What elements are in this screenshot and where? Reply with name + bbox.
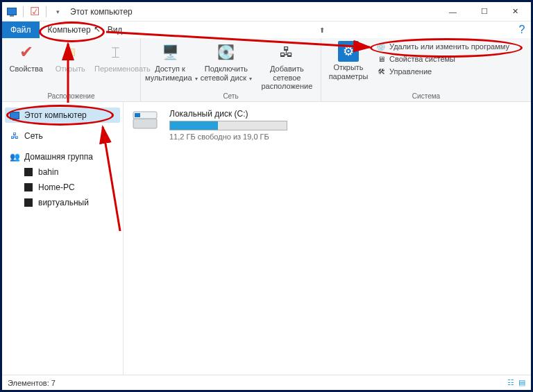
cd-icon: 💿 xyxy=(375,41,387,52)
group-label-location: Расположение xyxy=(6,91,136,100)
properties-button[interactable]: ✔ Свойства xyxy=(6,41,46,74)
rename-icon: ⌶ xyxy=(104,41,126,63)
network-icon: 🖧 xyxy=(9,130,20,142)
system-shortcuts: 💿 Удалить или изменить программу 🖥 Свойс… xyxy=(375,41,509,77)
open-settings-button[interactable]: ⚙ Открыть параметры xyxy=(325,41,371,80)
computer-icon xyxy=(9,110,20,121)
monitor-icon: 🖥 xyxy=(375,53,387,65)
rename-button[interactable]: ⌶ Переименовать xyxy=(94,41,136,74)
chevron-down-icon: ▾ xyxy=(195,76,198,82)
drive-info: Локальный диск (C:) 11,2 ГБ свободно из … xyxy=(169,109,287,141)
nav-homegroup[interactable]: 👥 Домашняя группа xyxy=(5,149,120,164)
open-button[interactable]: Открыть xyxy=(51,41,91,74)
tab-computer[interactable]: Компьютер ↖ xyxy=(40,22,99,38)
status-count: Элементов: 7 xyxy=(8,379,56,387)
open-label: Открыть xyxy=(51,65,91,74)
uninstall-program-button[interactable]: 💿 Удалить или изменить программу xyxy=(375,41,509,52)
view-mode-buttons: ☷ ▤ xyxy=(507,378,525,387)
separator xyxy=(46,6,46,17)
media-icon: 🖥️ xyxy=(159,41,181,63)
close-button[interactable]: ✕ xyxy=(500,2,531,22)
hdd-icon xyxy=(132,109,160,134)
tools-icon: 🛠 xyxy=(375,66,387,77)
svg-rect-0 xyxy=(133,119,157,128)
checkbox-icon[interactable]: ☑ xyxy=(28,5,42,19)
qat-dropdown-icon[interactable]: ▾ xyxy=(51,5,65,19)
quick-access-toolbar: ☑ ▾ xyxy=(2,5,67,19)
homegroup-icon: 👥 xyxy=(9,151,20,162)
nav-this-pc[interactable]: Этот компьютер xyxy=(5,108,120,123)
nav-hg-item-0-label: bahin xyxy=(38,167,58,177)
square-icon xyxy=(23,182,34,193)
manage-label: Управление xyxy=(389,67,432,76)
drive-name: Локальный диск (C:) xyxy=(169,109,287,119)
group-label-system: Система xyxy=(325,91,527,100)
nav-hg-item-1[interactable]: Home-PC xyxy=(5,180,120,195)
status-bar: Элементов: 7 ☷ ▤ xyxy=(2,375,531,390)
map-drive-label: Подключить сетевой диск xyxy=(201,65,248,82)
drive-usage-bar xyxy=(169,121,287,130)
ribbon: ✔ Свойства Открыть ⌶ Переименовать Распо… xyxy=(2,38,531,102)
add-location-label: Добавить сетевое расположение xyxy=(257,65,316,91)
nav-network[interactable]: 🖧 Сеть xyxy=(5,128,120,144)
media-label: Доступ к мультимедиа xyxy=(145,65,192,82)
ribbon-group-network: 🖥️ Доступ к мультимедиа▾ 💽 Подключить се… xyxy=(141,38,321,101)
uninstall-label: Удалить или изменить программу xyxy=(389,42,509,51)
group-label-network: Сеть xyxy=(145,91,316,100)
ribbon-group-location: ✔ Свойства Открыть ⌶ Переименовать Распо… xyxy=(2,38,141,101)
rename-label: Переименовать xyxy=(94,65,136,74)
nav-hg-item-2-label: виртуальный xyxy=(38,198,89,207)
media-access-button[interactable]: 🖥️ Доступ к мультимедиа▾ xyxy=(145,41,195,82)
nav-this-pc-label: Этот компьютер xyxy=(24,110,87,120)
tab-file[interactable]: Файл xyxy=(2,22,40,38)
ribbon-group-system: ⚙ Открыть параметры 💿 Удалить или измени… xyxy=(321,38,531,101)
system-properties-button[interactable]: 🖥 Свойства системы xyxy=(375,53,509,65)
separator xyxy=(23,6,24,17)
tab-view[interactable]: Вид xyxy=(99,22,131,38)
window-controls: — ☐ ✕ xyxy=(437,2,531,22)
cursor-icon: ↖ xyxy=(94,24,101,34)
network-location-icon: 🖧 xyxy=(276,41,298,63)
help-icon[interactable]: ? xyxy=(513,22,531,38)
drive-local-c[interactable]: Локальный диск (C:) 11,2 ГБ свободно из … xyxy=(132,109,523,141)
svg-rect-2 xyxy=(135,113,140,117)
nav-network-label: Сеть xyxy=(24,131,43,141)
computer-icon xyxy=(5,5,19,19)
add-location-button[interactable]: 🖧 Добавить сетевое расположение xyxy=(257,41,316,91)
nav-hg-item-1-label: Home-PC xyxy=(38,182,75,192)
gear-icon: ⚙ xyxy=(338,41,359,62)
drive-icon: 💽 xyxy=(215,41,237,63)
titlebar: ☑ ▾ Этот компьютер — ☐ ✕ xyxy=(2,2,531,22)
manage-button[interactable]: 🛠 Управление xyxy=(375,66,509,77)
square-icon xyxy=(23,167,34,178)
window-title: Этот компьютер xyxy=(70,7,133,17)
navigation-pane[interactable]: Этот компьютер 🖧 Сеть 👥 Домашняя группа … xyxy=(2,102,124,375)
open-settings-label: Открыть параметры xyxy=(325,63,371,80)
explorer-body: Этот компьютер 🖧 Сеть 👥 Домашняя группа … xyxy=(2,102,531,375)
folder-open-icon xyxy=(59,41,81,63)
chevron-down-icon: ▾ xyxy=(249,76,252,82)
tiles-view-icon[interactable]: ▤ xyxy=(518,378,525,387)
properties-label: Свойства xyxy=(6,65,46,74)
minimize-button[interactable]: — xyxy=(437,2,468,22)
content-pane[interactable]: Локальный диск (C:) 11,2 ГБ свободно из … xyxy=(124,102,531,375)
drive-free-text: 11,2 ГБ свободно из 19,0 ГБ xyxy=(169,133,287,141)
tab-computer-label: Компьютер xyxy=(48,25,91,35)
ribbon-tabs: Файл Компьютер ↖ Вид ⬆ ? xyxy=(2,22,531,38)
square-icon xyxy=(23,197,34,208)
sysprops-label: Свойства системы xyxy=(389,55,455,63)
maximize-button[interactable]: ☐ xyxy=(468,2,500,22)
details-view-icon[interactable]: ☷ xyxy=(507,378,514,387)
nav-hg-item-2[interactable]: виртуальный xyxy=(5,195,120,210)
nav-hg-item-0[interactable]: bahin xyxy=(5,164,120,180)
checkmark-icon: ✔ xyxy=(15,41,37,63)
ribbon-minimize-icon[interactable]: ⬆ xyxy=(313,22,331,38)
nav-homegroup-label: Домашняя группа xyxy=(24,152,93,162)
map-drive-button[interactable]: 💽 Подключить сетевой диск▾ xyxy=(199,41,253,82)
